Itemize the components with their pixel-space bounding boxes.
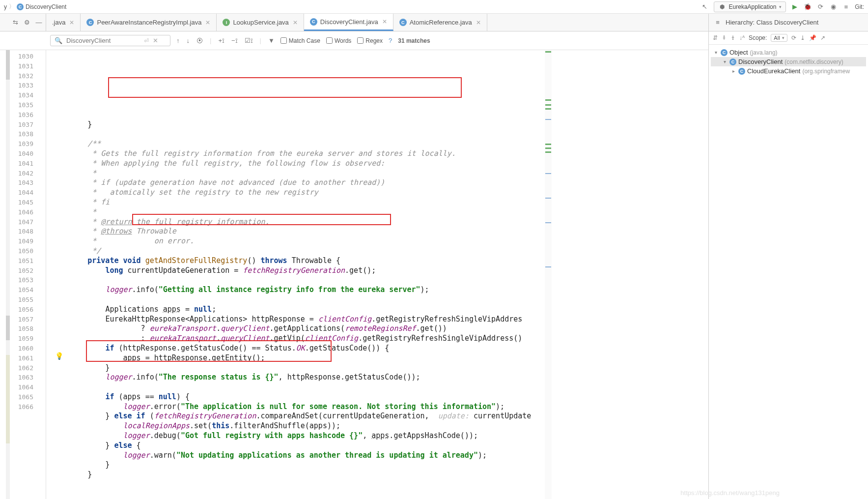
tree-node-package: (java.lang) [750,49,778,56]
tree-node-name: Object [729,49,748,56]
side-tool-buttons: ⇆ ⚙ — [0,14,46,31]
git-label: Git: [855,3,864,10]
tab-label: .java [52,19,65,26]
hierarchy-tree-row[interactable]: ▸CCloudEurekaClient (org.springframew [711,66,866,76]
file-type-icon: C [310,18,317,26]
class-icon: C [738,68,745,75]
minimize-icon[interactable]: — [35,19,43,27]
tree-expander-icon[interactable]: ▾ [713,50,719,55]
profile-button-icon[interactable]: ◉ [829,3,837,11]
annotation-box [108,77,462,98]
supertypes-icon[interactable]: ⤉ [722,34,727,41]
class-file-icon: C [17,3,24,10]
debug-button-icon[interactable]: 🐞 [804,3,812,11]
list-icon[interactable]: ≡ [714,19,722,27]
editor-tab[interactable]: CPeerAwareInstanceRegistryImpl.java✕ [81,14,217,31]
top-bar: y 〉 C DiscoveryClient ↖ ⬢ EurekaApplicat… [0,0,868,14]
intention-bulb-icon[interactable]: 💡 [55,352,63,360]
clear-search-icon[interactable]: ✕ [153,37,158,44]
run-config-selector[interactable]: ⬢ EurekaApplication ▾ [714,1,786,12]
change-markers [6,50,10,499]
export-icon[interactable]: ↗ [820,34,825,41]
watermark: https://blog.csdn.net/wang131peng [680,489,780,497]
hierarchy-panel: ⇵ ⤉ ⤈ ↓ᴬ Scope: All▾ ⟳ ⤓ 📌 ↗ ▾CObject (j… [708,31,868,499]
refresh-icon[interactable]: ⟳ [791,34,796,41]
class-icon: C [721,49,728,56]
words-checkbox[interactable]: Words [326,37,351,44]
tree-node-name: DiscoveryClient [738,58,783,65]
close-tab-icon[interactable]: ✕ [476,19,481,26]
collapse-icon[interactable]: ⇆ [11,19,19,27]
editor-area: 1030 1031 1032 1033 1034 1035 1036 1037 … [0,50,552,499]
breadcrumb-label: y [4,3,7,10]
fold-gutter[interactable] [36,50,46,499]
editor-tab[interactable]: .java✕ [46,14,81,31]
file-type-icon: I [223,19,230,26]
search-icon: 🔍 [55,37,62,44]
find-help-icon[interactable]: ? [389,37,392,44]
run-spring-icon: ⬢ [718,3,726,11]
file-type-icon: C [86,19,94,26]
editor-tabs: .java✕CPeerAwareInstanceRegistryImpl.jav… [46,14,487,31]
settings-icon[interactable]: ⚙ [23,19,31,27]
add-selection-icon[interactable]: +⟟ [218,37,224,45]
breadcrumb: y 〉 C DiscoveryClient [4,2,66,11]
remove-selection-icon[interactable]: −⟟ [231,37,238,45]
prev-match-icon[interactable]: ↑ [176,37,180,45]
right-tool-area: ≡ Hierarchy: Class DiscoveryClient [708,14,868,31]
hierarchy-title: Hierarchy: Class DiscoveryClient [726,19,818,26]
class-icon: C [729,59,736,65]
pin-icon[interactable]: 📌 [809,34,816,41]
breadcrumb-current[interactable]: DiscoveryClient [26,3,66,10]
tab-label: AtomicReference.java [410,19,472,26]
autoscroll-icon[interactable]: ⤓ [800,34,805,41]
tree-node-name: CloudEurekaClient [747,67,800,75]
tabs-row: ⇆ ⚙ — .java✕CPeerAwareInstanceRegistryIm… [0,14,868,31]
close-tab-icon[interactable]: ✕ [69,19,74,26]
match-case-checkbox[interactable]: Match Case [280,37,320,44]
chevron-down-icon: ▾ [779,4,782,9]
file-type-icon: C [399,19,407,26]
regex-checkbox[interactable]: Regex [357,37,383,44]
class-hierarchy-icon[interactable]: ⇵ [713,34,718,41]
find-input-wrap[interactable]: 🔍 ⏎ ✕ [50,35,170,46]
tab-label: PeerAwareInstanceRegistryImpl.java [97,19,201,26]
run-config-label: EurekaApplication [729,3,777,10]
stop-button-icon[interactable]: ■ [842,3,850,11]
run-button-icon[interactable]: ▶ [791,3,799,11]
sort-icon[interactable]: ↓ᴬ [739,34,745,41]
close-tab-icon[interactable]: ✕ [205,19,210,26]
tab-label: LookupService.java [233,19,288,26]
editor-tab[interactable]: CAtomicReference.java✕ [393,14,487,31]
enter-hint-icon: ⏎ [144,37,149,44]
close-tab-icon[interactable]: ✕ [293,19,298,26]
subtypes-icon[interactable]: ⤈ [730,34,735,41]
code-editor[interactable]: } /** * Gets the full registry informati… [46,50,552,499]
tree-expander-icon[interactable]: ▾ [722,59,728,64]
tree-node-package: (com.netflix.discovery) [784,59,843,65]
close-tab-icon[interactable]: ✕ [382,18,387,25]
find-all-icon[interactable]: ⦿ [196,37,203,45]
scope-label: Scope: [749,34,767,41]
tab-label: DiscoveryClient.java [320,18,378,26]
editor-tab[interactable]: ILookupService.java✕ [217,14,304,31]
match-count: 31 matches [398,37,430,44]
hierarchy-tree-row[interactable]: ▾CObject (java.lang) [711,48,866,57]
filter-icon[interactable]: ▼ [268,37,275,45]
tree-node-package: (org.springframew [802,68,850,75]
hierarchy-tree: ▾CObject (java.lang)▾CDiscoveryClient (c… [709,45,868,79]
next-match-icon[interactable]: ↓ [187,37,190,45]
error-stripe[interactable] [545,50,552,499]
select-all-icon[interactable]: ☑⟟ [245,37,253,45]
tree-expander-icon[interactable]: ▸ [730,68,736,74]
line-numbers: 1030 1031 1032 1033 1034 1035 1036 1037 … [10,50,36,499]
arrow-prev-icon[interactable]: ↖ [701,3,709,11]
scope-selector[interactable]: All▾ [771,34,787,42]
hierarchy-tree-row[interactable]: ▾CDiscoveryClient (com.netflix.discovery… [711,57,866,66]
find-input[interactable] [66,37,140,44]
breadcrumb-sep: 〉 [9,2,15,11]
editor-tab[interactable]: CDiscoveryClient.java✕ [304,14,393,31]
coverage-button-icon[interactable]: ⟳ [816,3,824,11]
